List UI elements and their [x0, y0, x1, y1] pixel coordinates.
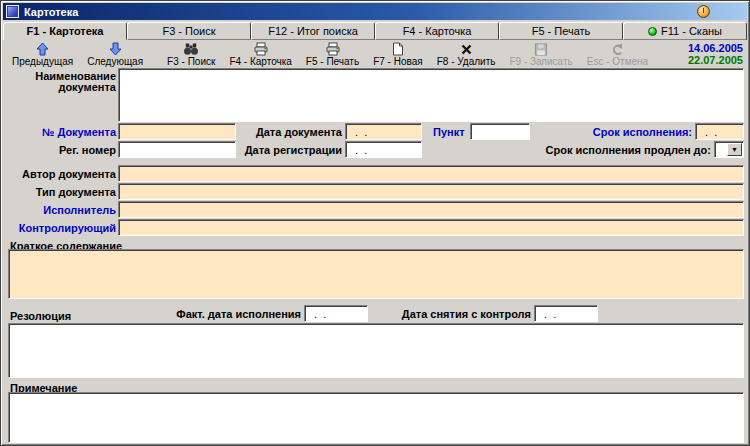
- tab-kartoteka-label: F1 - Картотека: [27, 25, 104, 37]
- author-label: Автор документа: [9, 166, 116, 182]
- resolution-label: Резолюция: [10, 308, 71, 324]
- down-arrow-icon: [108, 42, 123, 56]
- card-index-window: Картотека F1 - Картотека F3 - Поиск F12 …: [0, 0, 750, 446]
- author-input[interactable]: [118, 165, 744, 182]
- summary-input[interactable]: [8, 249, 744, 299]
- clock-icon: [697, 5, 710, 18]
- tab-kartochka-label: F4 - Карточка: [403, 25, 472, 37]
- combo-dropdown-arrow-icon[interactable]: ▼: [727, 143, 742, 156]
- search-button-label: F3 - Поиск: [167, 56, 215, 67]
- deadline-label: Срок исполнения:: [541, 124, 692, 140]
- app-icon: [6, 5, 19, 18]
- next-button-label: Следующая: [87, 56, 143, 67]
- printer-card-icon: [253, 42, 269, 56]
- controller-input[interactable]: [118, 219, 744, 236]
- save-floppy-icon: [534, 42, 548, 56]
- tab-strip: F1 - Картотека F3 - Поиск F12 - Итог пои…: [3, 22, 747, 40]
- deadline-input[interactable]: [695, 123, 744, 140]
- delete-button-label: F8 - Удалить: [437, 56, 496, 67]
- prolong-combo[interactable]: ▼: [714, 141, 744, 158]
- doc-date-input[interactable]: [345, 123, 422, 140]
- delete-button[interactable]: F8 - Удалить: [430, 42, 503, 67]
- delete-x-icon: [460, 42, 473, 56]
- cancel-button[interactable]: Esc - Отмена: [580, 42, 655, 67]
- tab-kartoteka[interactable]: F1 - Картотека: [3, 22, 127, 40]
- tab-skany[interactable]: F11 - Сканы: [623, 22, 747, 40]
- up-arrow-icon: [35, 42, 50, 56]
- date-from: 14.06.2005: [688, 42, 743, 54]
- new-button-label: F7 - Новая: [373, 56, 423, 67]
- date-to: 22.07.2005: [688, 54, 743, 66]
- doc-name-input[interactable]: [118, 68, 744, 122]
- scan-led-icon: [648, 27, 657, 36]
- resolution-input[interactable]: [8, 323, 744, 378]
- off-control-label: Дата снятия с контроля: [389, 306, 531, 322]
- print-button-label: F5 - Печать: [306, 56, 359, 67]
- doc-number-label: № Документа: [9, 124, 116, 140]
- tab-itog-poiska[interactable]: F12 - Итог поиска: [251, 22, 375, 40]
- cancel-button-label: Esc - Отмена: [587, 56, 648, 67]
- new-button[interactable]: F7 - Новая: [366, 42, 430, 67]
- printer-icon: [325, 42, 341, 56]
- print-button[interactable]: F5 - Печать: [299, 42, 366, 67]
- reg-date-label: Дата регистрации: [236, 142, 342, 158]
- tab-pechat-label: F5 - Печать: [532, 25, 591, 37]
- fact-date-input[interactable]: [304, 305, 368, 322]
- doc-number-input[interactable]: [118, 123, 236, 140]
- reg-number-input[interactable]: [118, 141, 236, 158]
- binoculars-icon: [183, 42, 199, 56]
- print-card-button-label: F4 - Карточка: [229, 56, 291, 67]
- doc-type-label: Тип документа: [9, 184, 116, 200]
- tab-poisk-label: F3 - Поиск: [162, 25, 215, 37]
- titlebar: Картотека: [3, 3, 747, 20]
- fact-date-label: Факт. дата исполнения: [161, 306, 301, 322]
- tab-pechat[interactable]: F5 - Печать: [499, 22, 623, 40]
- executor-label: Исполнитель: [9, 202, 116, 218]
- search-button[interactable]: F3 - Поиск: [160, 42, 222, 67]
- doc-type-input[interactable]: [118, 183, 744, 200]
- reg-date-input[interactable]: [345, 141, 422, 158]
- new-document-icon: [392, 42, 404, 56]
- tab-poisk[interactable]: F3 - Поиск: [127, 22, 251, 40]
- note-input[interactable]: [8, 392, 744, 443]
- next-button[interactable]: Следующая: [80, 42, 150, 67]
- executor-input[interactable]: [118, 201, 744, 218]
- off-control-input[interactable]: [534, 305, 598, 322]
- print-card-button[interactable]: F4 - Карточка: [222, 42, 298, 67]
- cancel-undo-icon: [610, 42, 624, 56]
- prolong-label: Срок исполнения продлен до:: [471, 142, 711, 158]
- doc-name-label: Наименование документа: [9, 71, 116, 93]
- previous-button[interactable]: Предыдущая: [5, 42, 80, 67]
- tab-skany-label: F11 - Сканы: [661, 25, 722, 37]
- window-title: Картотека: [24, 6, 697, 18]
- punkt-input[interactable]: [470, 123, 530, 140]
- controller-label: Контролирующий: [9, 220, 116, 236]
- toolbar: Предыдущая Следующая F3 - Поиск: [5, 42, 745, 67]
- date-range: 14.06.2005 22.07.2005: [688, 42, 745, 66]
- save-button-label: F9 - Записать: [509, 56, 572, 67]
- punkt-label: Пункт: [433, 124, 465, 140]
- prolong-combo-value: [715, 142, 726, 157]
- doc-date-label: Дата документа: [236, 124, 342, 140]
- save-button[interactable]: F9 - Записать: [502, 42, 579, 67]
- tab-kartochka[interactable]: F4 - Карточка: [375, 22, 499, 40]
- previous-button-label: Предыдущая: [12, 56, 73, 67]
- reg-number-label: Рег. номер: [9, 142, 116, 158]
- tab-itog-poiska-label: F12 - Итог поиска: [268, 25, 358, 37]
